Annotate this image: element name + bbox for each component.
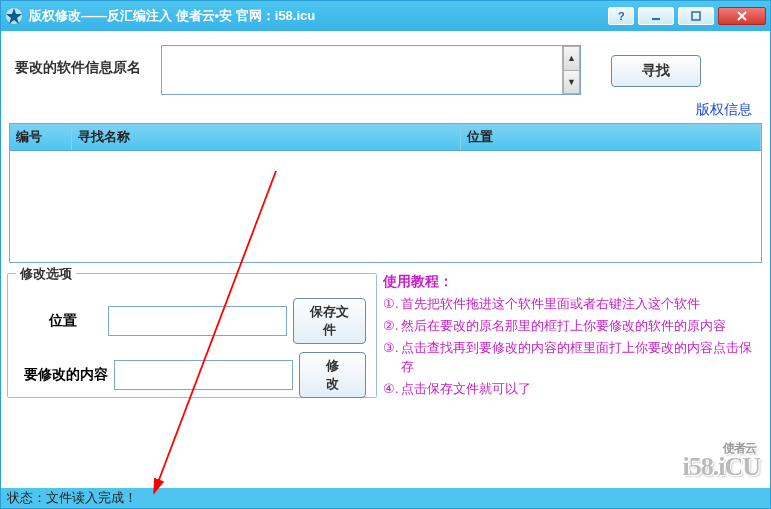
content-label: 要修改的内容 xyxy=(18,366,114,384)
modify-button[interactable]: 修改 xyxy=(299,352,366,398)
tutorial-step: ④.点击保存文件就可以了 xyxy=(383,380,764,398)
table-header: 编号 寻找名称 位置 xyxy=(10,124,761,151)
app-icon xyxy=(5,7,23,25)
search-button[interactable]: 寻找 xyxy=(611,55,701,87)
spin-down-button[interactable]: ▼ xyxy=(563,71,580,95)
edit-legend: 修改选项 xyxy=(16,265,76,283)
tutorial-step: ③.点击查找再到要修改的内容的框里面打上你要改的内容点击保存 xyxy=(383,339,764,375)
tutorial-step-3: 点击查找再到要修改的内容的框里面打上你要改的内容点击保存 xyxy=(401,339,764,375)
col-number[interactable]: 编号 xyxy=(10,124,72,150)
svg-text:?: ? xyxy=(618,10,625,22)
app-window: 版权修改——反汇编注入 使者云•安 官网：i58.icu ? 要改的软件信息原名 xyxy=(0,0,771,509)
tutorial-step: ②.然后在要改的原名那里的框打上你要修改的软件的原内容 xyxy=(383,317,764,335)
position-row: 位置 保存文件 xyxy=(18,298,366,344)
original-name-label: 要改的软件信息原名 xyxy=(11,45,161,77)
window-controls: ? xyxy=(608,7,766,25)
spin-control: ▲ ▼ xyxy=(562,46,580,94)
position-input[interactable] xyxy=(108,306,287,336)
results-table: 编号 寻找名称 位置 xyxy=(9,123,762,263)
svg-rect-2 xyxy=(652,18,660,20)
tutorial-step-1: 首先把软件拖进这个软件里面或者右键注入这个软件 xyxy=(401,295,700,313)
step-marker-2: ②. xyxy=(383,317,399,335)
client-area: 要改的软件信息原名 ▲ ▼ 寻找 版权信息 编号 寻找名称 位置 修改选项 xyxy=(1,31,770,488)
step-marker-4: ④. xyxy=(383,380,399,398)
tutorial-step-4: 点击保存文件就可以了 xyxy=(401,380,531,398)
original-name-field: ▲ ▼ xyxy=(161,45,581,95)
tutorial-title: 使用教程： xyxy=(383,273,764,291)
edit-options-fieldset: 修改选项 位置 保存文件 要修改的内容 修改 xyxy=(7,273,377,398)
help-button[interactable]: ? xyxy=(608,7,634,25)
position-label: 位置 xyxy=(18,312,108,330)
original-name-input[interactable] xyxy=(162,46,562,94)
search-row: 要改的软件信息原名 ▲ ▼ 寻找 xyxy=(7,37,764,99)
step-marker-1: ①. xyxy=(383,295,399,313)
title-bar: 版权修改——反汇编注入 使者云•安 官网：i58.icu ? xyxy=(1,1,770,31)
status-text: 状态：文件读入完成！ xyxy=(7,489,137,507)
content-input[interactable] xyxy=(114,360,293,390)
step-marker-3: ③. xyxy=(383,339,399,375)
copyright-link[interactable]: 版权信息 xyxy=(7,101,764,119)
tutorial-panel: 使用教程： ①.首先把软件拖进这个软件里面或者右键注入这个软件 ②.然后在要改的… xyxy=(379,273,764,402)
close-button[interactable] xyxy=(718,7,766,25)
table-body[interactable] xyxy=(10,151,761,262)
content-row: 要修改的内容 修改 xyxy=(18,352,366,398)
minimize-button[interactable] xyxy=(638,7,674,25)
col-name[interactable]: 寻找名称 xyxy=(72,124,461,150)
svg-rect-3 xyxy=(692,12,700,20)
status-bar: 状态：文件读入完成！ xyxy=(1,488,770,508)
tutorial-step: ①.首先把软件拖进这个软件里面或者右键注入这个软件 xyxy=(383,295,764,313)
window-title: 版权修改——反汇编注入 使者云•安 官网：i58.icu xyxy=(29,7,608,25)
tutorial-step-2: 然后在要改的原名那里的框打上你要修改的软件的原内容 xyxy=(401,317,726,335)
spin-up-button[interactable]: ▲ xyxy=(563,46,580,71)
maximize-button[interactable] xyxy=(678,7,714,25)
save-file-button[interactable]: 保存文件 xyxy=(293,298,366,344)
bottom-panels: 修改选项 位置 保存文件 要修改的内容 修改 使用教程： ①.首先把软件拖进这个… xyxy=(7,273,764,402)
col-position[interactable]: 位置 xyxy=(461,124,761,150)
